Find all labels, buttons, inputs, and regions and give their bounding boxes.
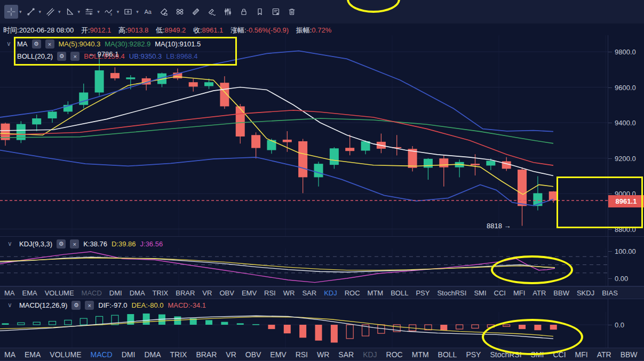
indicator-tab-kdj[interactable]: KDJ [363,350,377,359]
indicator-tab-volume[interactable]: VOLUME [50,350,81,359]
lock-icon[interactable] [237,5,251,19]
indicator-tab-vr[interactable]: VR [226,350,236,359]
indicator-tab-cci[interactable]: CCI [494,289,506,297]
indicator-tab-bbw[interactable]: BBW [621,350,638,359]
indicator-tab-mfi[interactable]: MFI [513,289,525,297]
rect-frame-dropdown-caret-icon[interactable]: ▾ [136,9,139,14]
indicator-tab-ma[interactable]: MA [4,350,15,359]
kdj-close-icon[interactable]: × [70,239,79,248]
indicator-tab-dmi[interactable]: DMI [109,289,122,297]
indicator-tab-psy[interactable]: PSY [416,289,430,297]
angle-dropdown-caret-icon[interactable]: ▾ [78,9,81,14]
indicator-tab-emv[interactable]: EMV [242,289,257,297]
pencil-draw-icon[interactable] [205,5,219,19]
indicator-tab-rsi[interactable]: RSI [264,289,276,297]
trend-line-icon[interactable] [24,5,38,19]
indicator-tab-emv[interactable]: EMV [270,350,286,359]
indicator-tab-dma[interactable]: DMA [130,289,145,297]
indicator-tab-trix[interactable]: TRIX [170,350,187,359]
indicator-tab-cci[interactable]: CCI [553,350,566,359]
parallel-lines-icon[interactable] [43,5,57,19]
indicator-tab-wr[interactable]: WR [283,289,295,297]
indicator-tab-brar[interactable]: BRAR [196,350,217,359]
indicator-tab-volume[interactable]: VOLUME [45,289,74,297]
crosshair-icon[interactable] [4,5,18,19]
indicator-tab-atr[interactable]: ATR [597,350,611,359]
horizontal-lines-dropdown-caret-icon[interactable]: ▾ [97,9,100,14]
indicator-tab-mfi[interactable]: MFI [575,350,588,359]
indicator-tab-bbw[interactable]: BBW [553,289,569,297]
angle-icon[interactable] [63,5,77,19]
screenshot-icon[interactable] [269,5,283,19]
indicator-tab-boll[interactable]: BOLL [391,289,408,297]
wave-dropdown-caret-icon[interactable]: ▾ [117,9,120,14]
trash-icon[interactable] [285,5,299,19]
kdj-j-value: J:36.56 [140,240,163,248]
bookmark-icon[interactable] [253,5,267,19]
time-label: 时间: [3,26,19,34]
indicator-tab-boll[interactable]: BOLL [438,350,457,359]
indicator-tab-atr[interactable]: ATR [532,289,546,297]
indicator-tab-mtm[interactable]: MTM [412,350,429,359]
trading-app: ▾▾▾▾▾3▾▾Aa 时间:2020-06-28 08:00 开:9012.1 … [0,0,644,361]
indicator-tab-kdj[interactable]: KDJ [324,289,337,297]
crosshair-dropdown-caret-icon[interactable]: ▾ [19,9,22,14]
candlestick-chart[interactable] [0,35,608,236]
ma-close-icon[interactable]: × [45,39,54,49]
indicator-tab-wr[interactable]: WR [317,350,329,359]
indicator-tab-macd[interactable]: MACD [90,350,112,359]
sliders-icon[interactable] [221,5,235,19]
wave-icon[interactable]: 3 [102,5,116,19]
eraser-icon[interactable] [173,5,187,19]
rect-frame-icon[interactable] [121,5,135,19]
macd-settings-gear-icon[interactable]: ⚙ [71,301,81,310]
indicator-tab-sar[interactable]: SAR [302,289,316,297]
indicator-tab-stochrsi[interactable]: StochRSI [437,289,466,297]
indicator-tab-brar[interactable]: BRAR [176,289,195,297]
kdj-chart[interactable] [0,248,608,286]
parallel-lines-dropdown-caret-icon[interactable]: ▾ [58,9,61,14]
measure-box-icon[interactable] [157,5,171,19]
indicator-tab-dma[interactable]: DMA [144,350,161,359]
ma-legend: MA ⚙ × MA(5):9040.3 MA(30):9282.9 MA(10)… [17,39,201,49]
axis-tick [608,87,612,88]
kdj-d-value: D:39.86 [112,240,136,248]
indicator-tab-macd[interactable]: MACD [82,289,102,297]
indicator-tab-sar[interactable]: SAR [338,350,354,359]
trend-line-dropdown-caret-icon[interactable]: ▾ [39,9,42,14]
text-icon[interactable]: Aa [141,5,155,19]
chevron-down-icon[interactable]: ∨ [7,301,12,309]
axis-tick-label: 9600.0 [615,84,636,92]
indicator-tab-skdj[interactable]: SKDJ [577,289,594,297]
macd-chart[interactable] [0,312,608,348]
indicator-tab-mtm[interactable]: MTM [368,289,384,297]
indicator-tab-rsi[interactable]: RSI [296,350,308,359]
boll-close-icon[interactable]: × [70,52,79,61]
indicator-tab-smi[interactable]: SMI [474,289,486,297]
indicator-tab-trix[interactable]: TRIX [153,289,169,297]
indicator-tab-dmi[interactable]: DMI [122,350,136,359]
ma-settings-gear-icon[interactable]: ⚙ [32,39,41,49]
boll-indicator-name: BOLL(20,2) [17,52,53,60]
indicator-tab-obv[interactable]: OBV [219,289,234,297]
macd-close-icon[interactable]: × [85,301,94,310]
chevron-down-icon[interactable]: ∨ [6,40,11,47]
indicator-tab-stochrsi[interactable]: StochRSI [490,350,521,359]
macd-legend: MACD(12,26,9) ⚙ × DIF:-97.0 DEA:-80.0 MA… [19,301,206,310]
indicator-tab-psy[interactable]: PSY [466,350,481,359]
indicator-tab-smi[interactable]: SMI [531,350,544,359]
indicator-tab-ma[interactable]: MA [4,289,15,297]
kdj-settings-gear-icon[interactable]: ⚙ [57,239,66,248]
boll-settings-gear-icon[interactable]: ⚙ [57,52,66,61]
indicator-tab-ema[interactable]: EMA [22,289,37,297]
indicator-tab-roc[interactable]: ROC [345,289,360,297]
indicator-tab-roc[interactable]: ROC [386,350,403,359]
overlay-indicator-tabs: MAEMAVOLUMEMACDDMIDMATRIXBRARVROBVEMVRSI… [0,286,644,299]
chevron-down-icon[interactable]: ∨ [7,240,12,247]
horizontal-lines-icon[interactable] [82,5,96,19]
indicator-tab-bias[interactable]: BIAS [602,289,618,297]
indicator-tab-ema[interactable]: EMA [25,350,41,359]
indicator-tab-obv[interactable]: OBV [245,350,261,359]
ruler-icon[interactable] [189,5,203,19]
indicator-tab-vr[interactable]: VR [202,289,212,297]
